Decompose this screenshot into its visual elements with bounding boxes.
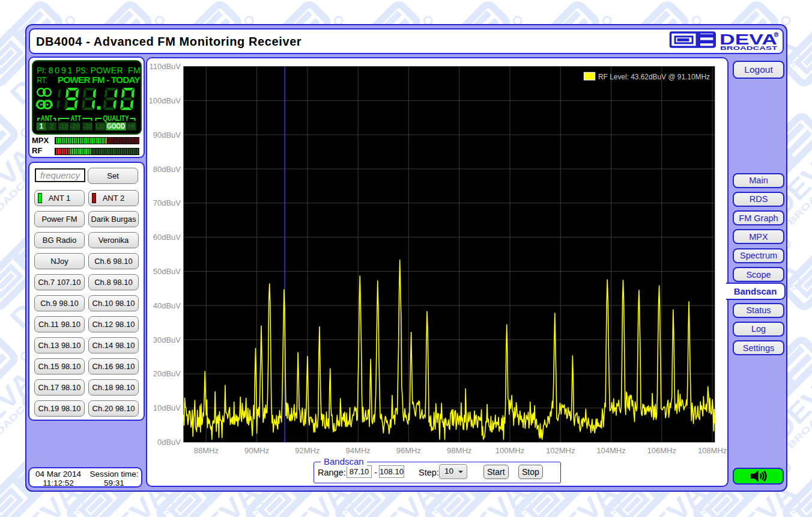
svg-text:GOOD: GOOD bbox=[107, 122, 125, 130]
svg-text:R: R bbox=[775, 32, 778, 37]
svg-text:RT:: RT: bbox=[37, 75, 47, 85]
svg-text:BROADCAST: BROADCAST bbox=[720, 44, 777, 51]
svg-text:106MHz: 106MHz bbox=[647, 446, 676, 455]
svg-text:100MHz: 100MHz bbox=[495, 446, 524, 455]
svg-text:100dBuV: 100dBuV bbox=[149, 96, 181, 105]
svg-text:10dBuV: 10dBuV bbox=[153, 403, 181, 412]
svg-text:70dBuV: 70dBuV bbox=[153, 198, 181, 207]
svg-text:94MHz: 94MHz bbox=[346, 446, 371, 455]
svg-text:110dBuV: 110dBuV bbox=[149, 62, 181, 71]
svg-text:108MHz: 108MHz bbox=[698, 446, 727, 455]
svg-text:POWER FM - TODAY: POWER FM - TODAY bbox=[58, 75, 141, 85]
svg-text:-30: -30 bbox=[82, 123, 92, 130]
svg-text:8091: 8091 bbox=[48, 66, 72, 75]
svg-text:1: 1 bbox=[39, 122, 43, 130]
svg-text:96MHz: 96MHz bbox=[396, 446, 421, 455]
svg-text:40dBuV: 40dBuV bbox=[153, 301, 181, 310]
svg-text:-20: -20 bbox=[70, 123, 80, 130]
svg-text:88MHz: 88MHz bbox=[194, 446, 219, 455]
svg-text:ANT: ANT bbox=[41, 114, 53, 123]
svg-text:PI:: PI: bbox=[37, 66, 46, 75]
svg-text:ATT: ATT bbox=[71, 114, 81, 123]
svg-text:98MHz: 98MHz bbox=[447, 446, 471, 455]
svg-text:PS:: PS: bbox=[76, 66, 88, 75]
svg-text:20dBuV: 20dBuV bbox=[153, 369, 181, 378]
svg-text:90MHz: 90MHz bbox=[244, 446, 269, 455]
svg-text:QUALITY: QUALITY bbox=[103, 114, 130, 123]
svg-text:-10: -10 bbox=[58, 123, 68, 130]
svg-text:30dBuV: 30dBuV bbox=[153, 335, 181, 344]
svg-text:RF Level: 43.62dBuV @ 91.10MHz: RF Level: 43.62dBuV @ 91.10MHz bbox=[598, 72, 710, 81]
svg-text:50dBuV: 50dBuV bbox=[153, 267, 181, 276]
svg-text:80dBuV: 80dBuV bbox=[153, 165, 181, 174]
svg-text:LO: LO bbox=[95, 123, 105, 130]
svg-text:102MHz: 102MHz bbox=[546, 446, 575, 455]
svg-text:2: 2 bbox=[50, 122, 54, 130]
svg-text:92MHz: 92MHz bbox=[295, 446, 320, 455]
svg-text:HI: HI bbox=[128, 123, 135, 130]
svg-text:60dBuV: 60dBuV bbox=[153, 233, 181, 242]
svg-text:90dBuV: 90dBuV bbox=[153, 130, 181, 139]
svg-text:0dBuV: 0dBuV bbox=[157, 438, 181, 447]
svg-text:104MHz: 104MHz bbox=[596, 446, 625, 455]
svg-text:POWER FM: POWER FM bbox=[91, 66, 141, 75]
